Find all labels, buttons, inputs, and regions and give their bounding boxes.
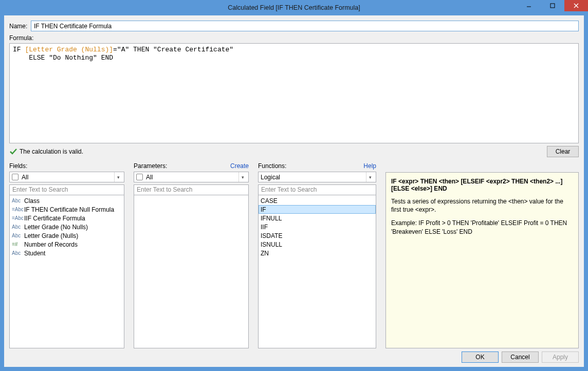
abc-icon: Abc bbox=[12, 250, 24, 256]
checkbox-icon bbox=[12, 174, 19, 180]
maximize-button[interactable] bbox=[541, 0, 564, 11]
fields-column: Fields: All ▾ Enter Text to Search AbcCl… bbox=[9, 162, 124, 348]
abc-icon: Abc bbox=[12, 233, 24, 238]
function-description: Tests a series of expressions returning … bbox=[391, 197, 573, 214]
parameters-filter-combo[interactable]: All ▾ bbox=[134, 172, 249, 182]
functions-label: Functions: bbox=[258, 162, 286, 170]
number-icon: =# bbox=[12, 242, 24, 247]
create-parameter-link[interactable]: Create bbox=[230, 162, 249, 170]
functions-list[interactable]: CASE IF IFNULL IIF ISDATE ISNULL ZN bbox=[258, 195, 376, 348]
functions-column: Functions: Help Logical ▾ Enter Text to … bbox=[258, 162, 376, 348]
dialog-footer: OK Cancel Apply bbox=[9, 348, 579, 363]
list-item[interactable]: IIF bbox=[259, 222, 376, 231]
list-item[interactable]: =AbcIF THEN Certificate Null Formula bbox=[10, 205, 124, 214]
parameters-label: Parameters: bbox=[134, 162, 167, 170]
functions-category-combo[interactable]: Logical ▾ bbox=[258, 172, 376, 182]
formula-editor[interactable]: IF [Letter Grade (Nulls)]="A" THEN "Crea… bbox=[9, 43, 579, 143]
list-item[interactable]: ZN bbox=[259, 249, 376, 257]
chevron-down-icon: ▾ bbox=[366, 172, 374, 182]
list-item[interactable]: ISDATE bbox=[259, 231, 376, 240]
cancel-button[interactable]: Cancel bbox=[502, 351, 539, 363]
functions-search-input[interactable]: Enter Text to Search bbox=[258, 184, 376, 195]
parameters-search-input[interactable]: Enter Text to Search bbox=[134, 184, 249, 195]
close-button[interactable] bbox=[564, 0, 588, 11]
help-column: IF <expr> THEN <then> [ELSEIF <expr2> TH… bbox=[385, 162, 579, 348]
client-area: Name: Formula: IF [Letter Grade (Nulls)]… bbox=[4, 15, 584, 367]
list-item[interactable]: CASE bbox=[259, 196, 376, 205]
parameters-list[interactable] bbox=[134, 195, 249, 348]
calc-abc-icon: =Abc bbox=[12, 207, 24, 212]
maximize-icon bbox=[550, 3, 555, 8]
checkbox-icon bbox=[136, 174, 143, 180]
list-item[interactable]: IFNULL bbox=[259, 214, 376, 222]
ok-button[interactable]: OK bbox=[462, 351, 499, 363]
list-item[interactable]: IF bbox=[259, 205, 376, 214]
minimize-button[interactable] bbox=[517, 0, 541, 11]
fields-label: Fields: bbox=[9, 162, 27, 170]
function-help-box: IF <expr> THEN <then> [ELSEIF <expr2> TH… bbox=[385, 172, 579, 348]
list-item[interactable]: =AbcIIF Certificate Formula bbox=[10, 214, 124, 222]
list-item[interactable]: ISNULL bbox=[259, 240, 376, 249]
abc-icon: Abc bbox=[12, 198, 24, 203]
formula-label: Formula: bbox=[9, 34, 579, 42]
name-label: Name: bbox=[9, 23, 31, 30]
window-controls bbox=[517, 0, 588, 11]
calc-abc-icon: =Abc bbox=[12, 215, 24, 221]
valid-check-icon bbox=[9, 147, 17, 156]
list-item[interactable]: AbcLetter Grade (Nulls) bbox=[10, 231, 124, 240]
chevron-down-icon: ▾ bbox=[114, 172, 122, 182]
minimize-icon bbox=[526, 3, 531, 8]
clear-button[interactable]: Clear bbox=[547, 146, 579, 157]
calculated-field-dialog: Calculated Field [IF THEN Certificate Fo… bbox=[0, 0, 588, 371]
fields-search-input[interactable]: Enter Text to Search bbox=[9, 184, 124, 195]
chevron-down-icon: ▾ bbox=[238, 172, 246, 182]
abc-icon: Abc bbox=[12, 224, 24, 230]
svg-rect-1 bbox=[550, 4, 555, 8]
fields-list[interactable]: AbcClass =AbcIF THEN Certificate Null Fo… bbox=[9, 195, 124, 348]
functions-help-link[interactable]: Help bbox=[363, 162, 376, 170]
titlebar: Calculated Field [IF THEN Certificate Fo… bbox=[0, 0, 588, 15]
window-title: Calculated Field [IF THEN Certificate Fo… bbox=[0, 4, 588, 11]
validation-status: The calculation is valid. bbox=[20, 148, 547, 155]
list-item[interactable]: AbcClass bbox=[10, 196, 124, 205]
list-item[interactable]: =#Number of Records bbox=[10, 240, 124, 249]
apply-button[interactable]: Apply bbox=[542, 351, 579, 363]
list-item[interactable]: AbcStudent bbox=[10, 249, 124, 257]
function-example: Example: IF Profit > 0 THEN 'Profitable'… bbox=[391, 219, 573, 235]
parameters-column: Parameters: Create All ▾ Enter Text to S… bbox=[134, 162, 249, 348]
close-icon bbox=[573, 3, 579, 9]
fields-filter-combo[interactable]: All ▾ bbox=[9, 172, 124, 182]
function-signature: IF <expr> THEN <then> [ELSEIF <expr2> TH… bbox=[391, 178, 573, 192]
name-input[interactable] bbox=[31, 21, 579, 31]
list-item[interactable]: AbcLetter Grade (No Nulls) bbox=[10, 222, 124, 231]
